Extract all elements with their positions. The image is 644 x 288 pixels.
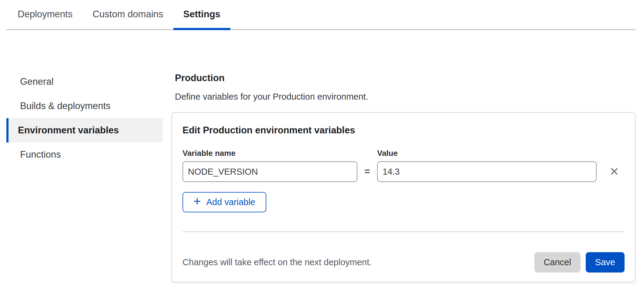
variable-value-column: Value — [377, 149, 597, 182]
card-footer: Changes will take effect on the next dep… — [182, 252, 625, 273]
x-icon: ✕ — [609, 166, 619, 177]
tab-settings[interactable]: Settings — [173, 0, 230, 29]
sidebar-item-functions[interactable]: Functions — [6, 142, 163, 167]
footer-buttons: Cancel Save — [534, 252, 625, 273]
page-description: Define variables for your Production env… — [175, 91, 635, 102]
add-variable-button[interactable]: + Add variable — [182, 192, 266, 212]
save-button[interactable]: Save — [586, 252, 625, 273]
environment-variables-card: Edit Production environment variables Va… — [172, 112, 635, 282]
tab-deployments[interactable]: Deployments — [8, 0, 83, 29]
card-title: Edit Production environment variables — [182, 125, 625, 136]
content-area: General Builds & deployments Environment… — [6, 70, 635, 282]
variable-value-input[interactable] — [377, 161, 597, 182]
add-variable-label: Add variable — [206, 197, 255, 207]
variable-name-column: Variable name — [182, 149, 357, 182]
value-label: Value — [377, 149, 597, 158]
cancel-button[interactable]: Cancel — [534, 252, 581, 273]
card-divider — [182, 231, 625, 232]
variable-row: Variable name = Value ✕ — [182, 149, 625, 182]
page-title: Production — [175, 73, 635, 84]
variable-name-label: Variable name — [182, 149, 357, 158]
main-panel: Production Define variables for your Pro… — [172, 70, 635, 282]
tab-bar: Deployments Custom domains Settings — [6, 0, 635, 30]
equals-sign: = — [357, 161, 377, 182]
page: Deployments Custom domains Settings Gene… — [0, 0, 644, 282]
remove-variable-button[interactable]: ✕ — [604, 161, 625, 182]
plus-icon: + — [193, 195, 201, 208]
footer-note: Changes will take effect on the next dep… — [182, 257, 372, 267]
variable-name-input[interactable] — [182, 161, 357, 182]
sidebar-item-general[interactable]: General — [6, 70, 163, 94]
settings-sidebar: General Builds & deployments Environment… — [6, 70, 163, 167]
sidebar-item-environment-variables[interactable]: Environment variables — [6, 118, 163, 142]
sidebar-item-builds-deployments[interactable]: Builds & deployments — [6, 94, 163, 118]
tab-custom-domains[interactable]: Custom domains — [83, 0, 173, 29]
